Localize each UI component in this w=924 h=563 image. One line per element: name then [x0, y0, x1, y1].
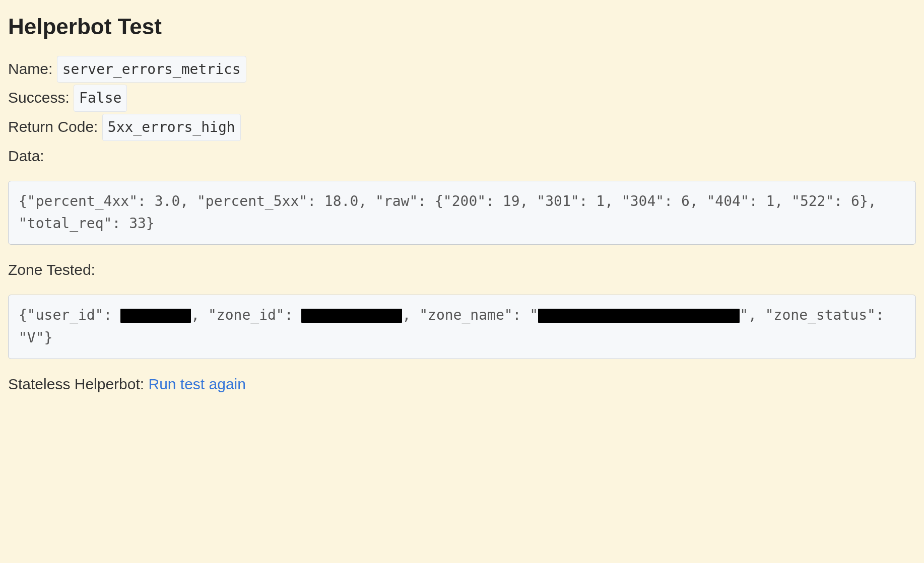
page-title: Helperbot Test	[8, 8, 916, 46]
data-label-row: Data:	[8, 143, 916, 169]
zone-tested-label: Zone Tested:	[8, 261, 95, 278]
zone-block: {"user_id": , "zone_id": , "zone_name": …	[8, 295, 916, 359]
stateless-row: Stateless Helperbot: Run test again	[8, 371, 916, 397]
data-label: Data:	[8, 148, 44, 164]
data-block: {"percent_4xx": 3.0, "percent_5xx": 18.0…	[8, 181, 916, 245]
zone-mid2: , "zone_name": "	[402, 307, 538, 323]
success-value: False	[74, 85, 127, 112]
return-code-label: Return Code:	[8, 118, 98, 135]
return-code-row: Return Code: 5xx_errors_high	[8, 114, 916, 141]
success-row: Success: False	[8, 85, 916, 112]
stateless-label: Stateless Helperbot:	[8, 376, 148, 392]
zone-tested-label-row: Zone Tested:	[8, 257, 916, 283]
zone-mid1: , "zone_id":	[191, 307, 301, 323]
run-test-again-link[interactable]: Run test again	[148, 376, 245, 392]
return-code-value: 5xx_errors_high	[102, 114, 241, 141]
name-value: server_errors_metrics	[57, 56, 246, 83]
success-label: Success:	[8, 89, 70, 106]
redacted-zone-name	[538, 309, 740, 323]
name-label: Name:	[8, 60, 52, 77]
name-row: Name: server_errors_metrics	[8, 56, 916, 83]
redacted-zone-id	[301, 309, 402, 323]
zone-prefix: {"user_id":	[19, 307, 120, 323]
redacted-user-id	[120, 309, 191, 323]
